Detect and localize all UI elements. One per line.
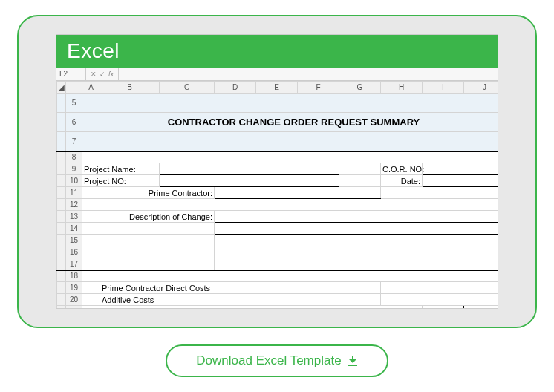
label-date: Date: [381, 175, 423, 187]
input-desc-5[interactable] [215, 258, 499, 270]
name-box[interactable]: L2 [56, 68, 86, 80]
input-desc-3[interactable] [215, 235, 499, 246]
label-project-no: Project NO: [82, 175, 160, 187]
col-head[interactable]: B [100, 82, 160, 94]
row-14[interactable]: 14 [57, 223, 499, 235]
screen: Excel L2 ✕ ✓ fx ◢ A B C D [56, 34, 498, 309]
col-head[interactable]: A [82, 82, 100, 94]
row-13[interactable]: 13 Description of Change: [57, 211, 499, 223]
row-20[interactable]: 20 Additive Costs [57, 294, 499, 306]
row-16[interactable]: 16 [57, 246, 499, 258]
row-head[interactable]: 13 [66, 211, 82, 223]
col-head[interactable]: D [215, 82, 256, 94]
download-label: Download Excel Template [196, 353, 341, 368]
row-head[interactable]: 11 [66, 187, 82, 199]
col-head[interactable]: F [298, 82, 339, 94]
row-head[interactable]: 19 [66, 282, 82, 294]
confirm-icon[interactable]: ✓ [100, 71, 105, 78]
input-date[interactable] [423, 175, 499, 187]
input-desc-4[interactable] [215, 246, 499, 258]
row-head[interactable]: 16 [66, 246, 82, 258]
sheet-title: CONTRACTOR CHANGE ORDER REQUEST SUMMARY [82, 113, 499, 132]
row-15[interactable]: 15 [57, 235, 499, 246]
label-labor: Labor [100, 306, 339, 310]
download-button[interactable]: Download Excel Template [166, 344, 388, 377]
row-head[interactable]: 12 [66, 199, 82, 211]
row-head[interactable]: 7 [66, 132, 82, 151]
formula-bar: L2 ✕ ✓ fx [56, 68, 498, 81]
row-17[interactable]: 17 [57, 258, 499, 270]
col-head[interactable]: E [256, 82, 298, 94]
label-desc-change: Description of Change: [100, 211, 215, 223]
row-head[interactable]: 6 [66, 113, 82, 132]
row-head[interactable]: 15 [66, 235, 82, 246]
row-6[interactable]: 6 CONTRACTOR CHANGE ORDER REQUEST SUMMAR… [57, 113, 499, 132]
row-head[interactable]: 14 [66, 223, 82, 235]
row-5[interactable]: 5 [57, 94, 499, 113]
cancel-icon[interactable]: ✕ [91, 71, 97, 78]
label-cor-no: C.O.R. NO: [381, 163, 423, 175]
grid[interactable]: ◢ A B C D E F G H I J 5 [56, 81, 498, 309]
input-cor-no[interactable] [423, 163, 499, 175]
row-12[interactable]: 12 [57, 199, 499, 211]
input-project-no[interactable] [160, 175, 339, 187]
fx-label[interactable]: fx [108, 71, 114, 78]
row-8[interactable]: 8 [57, 151, 499, 163]
label-project-name: Project Name: [82, 163, 160, 175]
corner-cell[interactable]: ◢ [57, 82, 66, 94]
col-head[interactable]: I [423, 82, 464, 94]
col-head[interactable]: G [339, 82, 381, 94]
download-icon [348, 356, 358, 366]
row-head[interactable]: 8 [66, 151, 82, 163]
fx-controls[interactable]: ✕ ✓ fx [86, 68, 119, 80]
row-head[interactable]: 10 [66, 175, 82, 187]
spreadsheet[interactable]: ◢ A B C D E F G H I J 5 [56, 81, 498, 309]
row-head[interactable]: 5 [66, 94, 82, 113]
col-head[interactable]: C [160, 82, 215, 94]
row-head[interactable]: 17 [66, 258, 82, 270]
row-7[interactable]: 7 [57, 132, 499, 151]
label-additive: Additive Costs [100, 294, 381, 306]
tablet-frame: Excel L2 ✕ ✓ fx ◢ A B C D [17, 15, 537, 328]
code-a: A [82, 306, 100, 310]
row-21[interactable]: 21 A Labor [57, 306, 499, 310]
row-head[interactable]: 18 [66, 270, 82, 282]
row-head[interactable]: 9 [66, 163, 82, 175]
brand-bar: Excel [56, 35, 498, 68]
row-head[interactable]: 21 [66, 306, 82, 310]
row-18[interactable]: 18 [57, 270, 499, 282]
col-head[interactable]: H [381, 82, 423, 94]
row-19[interactable]: 19 Prime Contractor Direct Costs [57, 282, 499, 294]
col-head[interactable]: J [464, 82, 499, 94]
label-prime-direct: Prime Contractor Direct Costs [100, 282, 381, 294]
row-11[interactable]: 11 Prime Contractor: [57, 187, 499, 199]
row-head[interactable]: 20 [66, 294, 82, 306]
input-project-name[interactable] [160, 163, 339, 175]
input-prime-contractor[interactable] [215, 187, 381, 199]
row-10[interactable]: 10 Project NO: Date: [57, 175, 499, 187]
input-desc-1[interactable] [215, 211, 499, 223]
amount-labor[interactable] [423, 306, 464, 310]
col-header-row[interactable]: ◢ A B C D E F G H I J [57, 82, 499, 94]
row-9[interactable]: 9 Project Name: C.O.R. NO: [57, 163, 499, 175]
label-prime-contractor: Prime Contractor: [100, 187, 215, 199]
input-desc-2[interactable] [215, 223, 499, 235]
